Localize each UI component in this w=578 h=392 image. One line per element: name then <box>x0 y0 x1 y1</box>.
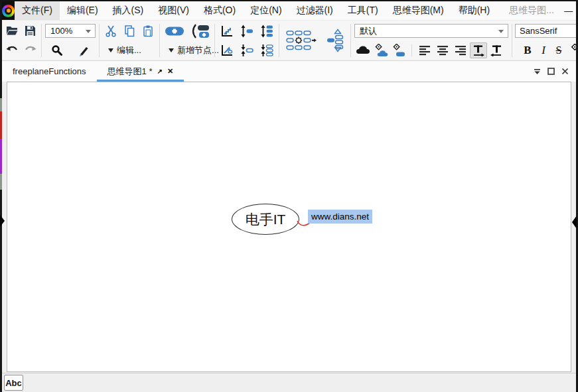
dropdown-arrow-icon <box>169 48 174 52</box>
tab-mindmap1[interactable]: 思维导图1 * ↗ ✕ <box>97 61 184 82</box>
decrease-group-spacing-button[interactable] <box>258 42 275 58</box>
open-file-button[interactable] <box>4 23 21 39</box>
paste-icon <box>142 25 154 37</box>
menu-navigate[interactable]: 定位(N) <box>243 1 289 20</box>
child-node-label: www.dians.net <box>311 212 369 222</box>
add-node-dropdown[interactable]: 新增节点... <box>162 44 219 56</box>
menu-tools[interactable]: 工具(T) <box>340 1 386 20</box>
collapse-panel-icon[interactable] <box>533 67 542 76</box>
unfold-all-icon <box>220 25 234 38</box>
font-family-field[interactable]: SansSerif <box>515 24 576 38</box>
menu-insert[interactable]: 插入(S) <box>106 1 151 20</box>
window-frame-top <box>0 0 578 1</box>
sort-nodes-button[interactable] <box>325 33 346 48</box>
dropdown-arrow-icon <box>108 48 113 52</box>
toolbar-separator <box>99 24 100 57</box>
search-icon <box>51 44 63 56</box>
decrease-node-spacing-icon <box>240 44 253 57</box>
copy-button[interactable] <box>121 23 138 39</box>
font-family-value: SansSerif <box>520 26 557 36</box>
save-button[interactable] <box>22 23 39 39</box>
toolbar-separator <box>159 24 160 57</box>
unfold-all-button[interactable] <box>218 23 236 39</box>
copy-format-cloud-button[interactable] <box>372 42 390 58</box>
open-folder-icon <box>6 25 19 36</box>
selected-child-node[interactable]: www.dians.net <box>308 210 372 224</box>
menu-view[interactable]: 视图(V) <box>151 1 196 20</box>
paste-button[interactable] <box>139 23 157 39</box>
chevron-down-icon <box>498 30 504 33</box>
menu-filter[interactable]: 过滤器(I) <box>289 1 340 20</box>
window-inactive-title: 思维导图... <box>509 1 554 20</box>
copy-format-node-button[interactable] <box>390 42 407 58</box>
node-color-button[interactable] <box>569 42 576 58</box>
increase-vertical-distance-button[interactable] <box>238 23 255 39</box>
map-canvas[interactable]: 电手IT www.dians.net <box>7 82 571 372</box>
decrease-list-spacing-icon <box>260 44 273 57</box>
fold-all-button[interactable] <box>218 42 236 58</box>
align-center-button[interactable] <box>434 42 451 58</box>
manage-layout-button[interactable] <box>284 33 319 48</box>
format-pen-button[interactable] <box>75 42 92 58</box>
menu-mindmap[interactable]: 思维导图(M) <box>386 1 451 20</box>
text-direction-ltr-button[interactable] <box>470 42 487 58</box>
add-sibling-node-button[interactable] <box>188 23 212 39</box>
menu-format[interactable]: 格式(O) <box>196 1 243 20</box>
text-direction-rtl-button[interactable] <box>488 42 505 58</box>
redo-button[interactable] <box>22 42 39 58</box>
italic-label: I <box>542 44 545 57</box>
menu-edit[interactable]: 编辑(E) <box>60 1 106 20</box>
window-frame-left <box>0 0 2 392</box>
frame-color-segment <box>0 98 2 111</box>
cut-button[interactable] <box>102 23 119 39</box>
freeplane-logo-icon <box>2 5 15 17</box>
edit-dropdown[interactable]: 编辑... <box>102 44 141 56</box>
align-right-icon <box>454 45 467 56</box>
menu-bar: 文件(F) 编辑(E) 插入(S) 视图(V) 格式(O) 定位(N) 过滤器(… <box>2 1 576 20</box>
text-ltr-icon <box>472 44 485 56</box>
detach-map-icon[interactable]: ↗ <box>157 68 162 75</box>
spellcheck-button[interactable]: Abc <box>4 375 23 391</box>
italic-button[interactable]: I <box>538 42 549 58</box>
maximize-panel-icon[interactable] <box>547 67 555 76</box>
style-combobox[interactable]: 默认 <box>354 24 508 38</box>
undo-button[interactable] <box>4 42 21 58</box>
redo-arrow-icon <box>24 45 36 55</box>
zoom-combobox[interactable]: 100% <box>45 24 96 38</box>
style-combo-value: 默认 <box>360 25 377 37</box>
align-center-icon <box>436 45 449 56</box>
align-right-button[interactable] <box>452 42 469 58</box>
map-scroll-left-arrow-icon[interactable] <box>0 215 5 227</box>
tab-freeplane-functions[interactable]: freeplaneFunctions <box>2 61 97 82</box>
cloud-button[interactable] <box>354 42 372 58</box>
strikethrough-button[interactable]: S <box>553 42 565 58</box>
bold-button[interactable]: B <box>521 42 534 58</box>
frame-color-segment <box>0 111 2 139</box>
map-canvas-margin: 电手IT www.dians.net <box>2 82 576 373</box>
spellcheck-label: Abc <box>5 378 22 388</box>
increase-node-spacing-icon <box>240 25 253 38</box>
add-child-node-button[interactable] <box>163 23 186 39</box>
align-left-button[interactable] <box>416 42 433 58</box>
close-panel-icon[interactable] <box>561 67 569 76</box>
tab-label: freeplaneFunctions <box>13 66 86 76</box>
text-rtl-icon <box>490 44 503 56</box>
toolbar-separator <box>512 24 512 57</box>
menu-help[interactable]: 帮助(H) <box>451 1 497 20</box>
increase-group-spacing-button[interactable] <box>258 23 275 39</box>
map-scroll-right-arrow-icon[interactable] <box>572 216 577 229</box>
menu-file[interactable]: 文件(F) <box>15 1 60 20</box>
toolbar-separator <box>214 24 215 57</box>
undo-arrow-icon <box>6 45 19 55</box>
decrease-vertical-distance-button[interactable] <box>238 42 255 58</box>
minimize-button[interactable]: — <box>554 6 578 16</box>
search-button[interactable] <box>48 42 66 58</box>
diamond-cloud-icon <box>374 44 388 57</box>
bold-label: B <box>524 44 531 57</box>
toolbar-separator <box>41 24 42 57</box>
tab-panel-controls <box>533 61 576 82</box>
root-node[interactable]: 电手IT <box>232 204 299 235</box>
close-tab-icon[interactable]: ✕ <box>167 67 173 76</box>
add-sibling-node-icon <box>190 24 210 38</box>
status-bar: Abc <box>2 373 576 392</box>
